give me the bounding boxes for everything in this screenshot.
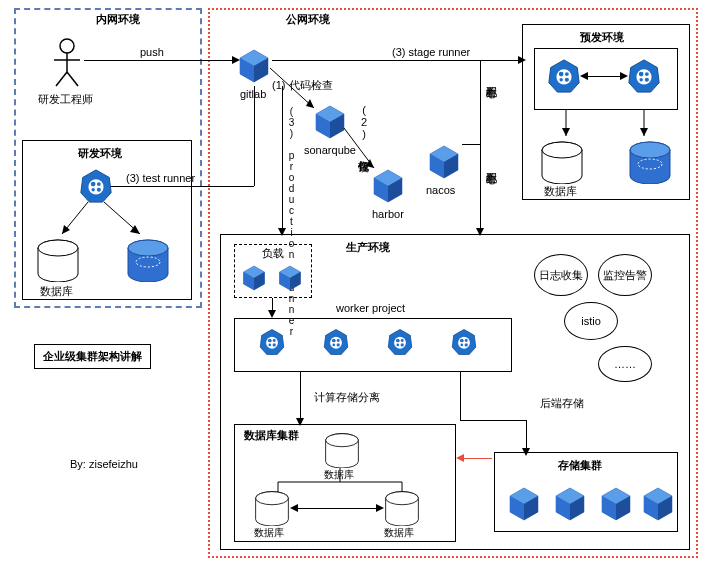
stagerunner-label: (3) stage runner — [392, 46, 470, 58]
storage-cube3-icon — [600, 486, 632, 522]
load-cube2-icon — [278, 264, 302, 292]
testrunner-vline — [254, 86, 255, 186]
devenv-k8s-icon — [78, 168, 114, 204]
monitor-circle: 监控告警 — [598, 254, 652, 296]
calcsep-label: 计算存储分离 — [314, 390, 380, 405]
svg-marker-31 — [640, 128, 648, 136]
prodrunner-vline — [282, 86, 283, 228]
monitor-label: 监控告警 — [603, 268, 647, 283]
arrow-head-icon — [580, 72, 588, 80]
prodenv-title: 生产环境 — [346, 240, 390, 255]
worker-k8s3-icon — [386, 328, 414, 356]
svg-marker-21 — [306, 99, 314, 108]
calcsep-arrow1 — [300, 372, 301, 420]
stage-inner-arrow — [586, 76, 622, 77]
engineer-label: 研发工程师 — [38, 92, 93, 107]
guide-label: 企业级集群架构讲解 — [34, 344, 151, 369]
gitlab-cube-icon — [238, 48, 270, 84]
storage-cube2-icon — [554, 486, 586, 522]
worker-k8s4-icon — [450, 328, 478, 356]
storage-cube4-icon — [642, 486, 674, 522]
nacos-cube-icon — [428, 144, 460, 180]
engineer-icon — [52, 38, 82, 90]
devenv-db-icon — [36, 238, 80, 282]
devenv-storage-icon — [126, 238, 170, 282]
stageenv-db-icon — [540, 140, 584, 184]
storagecluster-title: 存储集群 — [558, 458, 602, 473]
svg-point-15 — [60, 39, 74, 53]
red-arrow-head-icon — [456, 454, 464, 462]
push-label: push — [140, 46, 164, 58]
svg-line-18 — [56, 72, 67, 86]
istio-circle: istio — [564, 302, 618, 340]
logcollect-circle: 日志收集 — [534, 254, 588, 296]
istio-label: istio — [581, 315, 601, 327]
guide-box: 企业级集群架构讲解 — [34, 344, 151, 369]
calcsep-hline — [460, 420, 526, 421]
calcsep-arrow2v — [526, 420, 527, 450]
stage-down-arrows — [556, 108, 656, 142]
storage-cube1-icon — [508, 486, 540, 522]
backendstorage-label: 后端存储 — [540, 396, 584, 411]
author-label: By: zisefeizhu — [70, 458, 138, 470]
arrow-head-icon — [376, 504, 384, 512]
svg-line-19 — [67, 72, 78, 86]
svg-marker-23 — [366, 159, 374, 168]
arrow-head-icon — [620, 72, 628, 80]
cfg1-hline — [462, 144, 480, 145]
harbor-label: harbor — [372, 208, 404, 220]
stageenv-title: 预发环境 — [580, 30, 624, 45]
worker-k8s1-icon — [258, 328, 286, 356]
dbcluster-db3-label: 数据库 — [384, 526, 414, 540]
stageenv-k8s2-icon — [626, 58, 662, 94]
calcsep-arrow2 — [460, 372, 461, 420]
dbcluster-lines — [270, 462, 410, 506]
push-arrow — [84, 60, 232, 61]
worker-k8s2-icon — [322, 328, 350, 356]
devenv-title: 研发环境 — [78, 146, 122, 161]
dbcluster-title: 数据库集群 — [244, 428, 299, 443]
stageenv-k8s1-icon — [546, 58, 582, 94]
red-arrow-line — [462, 458, 492, 459]
stagerunner-arrow — [272, 60, 518, 61]
harbor-cube-icon — [372, 168, 404, 204]
nacos-label: nacos — [426, 184, 455, 196]
load-cube1-icon — [242, 264, 266, 292]
svg-line-20 — [270, 68, 314, 108]
public-title: 公网环境 — [286, 12, 330, 27]
stageenv-storage-icon — [628, 140, 672, 184]
intranet-title: 内网环境 — [96, 12, 140, 27]
devenv-db-label: 数据库 — [40, 284, 73, 299]
cfg2-vline — [480, 144, 481, 228]
logcollect-label: 日志收集 — [539, 268, 583, 283]
arrow-head-icon — [268, 310, 276, 318]
worker-title: worker project — [336, 302, 405, 314]
load-title: 负载 — [262, 246, 284, 261]
etc-label: …… — [614, 358, 636, 370]
dbcluster-db2-label: 数据库 — [254, 526, 284, 540]
db-bidir — [296, 508, 378, 509]
etc-circle: …… — [598, 346, 652, 382]
cfg1-vline — [480, 60, 481, 144]
arrow-head-icon — [290, 504, 298, 512]
devenv-arrows — [58, 200, 148, 240]
svg-marker-29 — [562, 128, 570, 136]
stageenv-db-label: 数据库 — [544, 184, 577, 199]
